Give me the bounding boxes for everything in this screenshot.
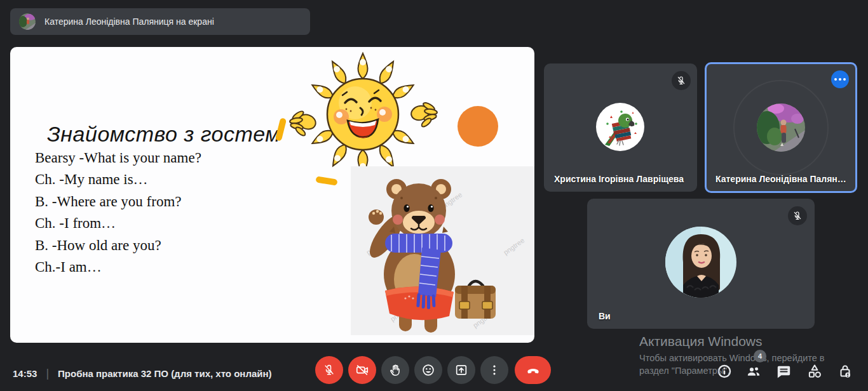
parrot-avatar-illustration bbox=[596, 103, 644, 151]
share-banner-text: Катерина Леонідівна Паляниця на екрані bbox=[44, 17, 214, 27]
participant-tile-khrystyna[interactable]: Христина Ігорівна Лавріщева bbox=[544, 63, 697, 192]
sun-hand-right bbox=[410, 102, 438, 128]
dialogue-line: Ch.-I am… bbox=[35, 256, 201, 278]
tile-more-options-button[interactable] bbox=[831, 70, 849, 88]
bear-image-panel: pngtree pngtree pngtree pngtree pngtree bbox=[351, 166, 534, 335]
watermark-line: раздел "Параметры". bbox=[639, 364, 825, 377]
camera-toggle-button[interactable] bbox=[348, 356, 376, 384]
dialogue-line: B. -Where are you from? bbox=[35, 191, 201, 213]
dialogue-line: Ch. -I from… bbox=[35, 213, 201, 234]
participant-tile-you[interactable]: Ви bbox=[587, 199, 815, 329]
muted-chip bbox=[788, 206, 807, 225]
dialogue-line: Ch. -My name is… bbox=[35, 169, 201, 190]
muted-chip bbox=[672, 71, 691, 90]
windows-activation-watermark: Активация Windows Чтобы активировать Win… bbox=[639, 334, 825, 377]
watermark-title: Активация Windows bbox=[639, 334, 825, 349]
more-options-icon bbox=[834, 78, 837, 81]
more-options-icon bbox=[488, 364, 501, 376]
avatar-photo-woman bbox=[665, 227, 736, 298]
photo-woman-illustration bbox=[665, 227, 736, 298]
host-controls-button[interactable] bbox=[837, 363, 853, 380]
end-call-button[interactable] bbox=[515, 356, 551, 384]
mic-off-icon bbox=[676, 76, 686, 86]
participant-name: Ви bbox=[599, 311, 611, 321]
photo-flowers-illustration bbox=[757, 103, 805, 152]
participant-tile-katerina-active[interactable]: Катерина Леонідівна Палян… bbox=[705, 62, 857, 193]
present-screen-button[interactable] bbox=[447, 356, 475, 384]
mic-off-icon bbox=[792, 211, 803, 221]
sun-hand-left bbox=[289, 110, 317, 137]
bear-illustration bbox=[369, 173, 502, 333]
participant-name: Катерина Леонідівна Палян… bbox=[715, 174, 846, 184]
raise-hand-button[interactable] bbox=[381, 356, 409, 384]
avatar-photo-flowers-small bbox=[19, 13, 36, 30]
dialogue-line: Bearsy -What is your name? bbox=[35, 147, 201, 169]
participants-count-badge: 4 bbox=[754, 350, 766, 362]
reactions-button[interactable] bbox=[414, 356, 442, 384]
stock-watermark: pngtree bbox=[502, 236, 526, 256]
slide-title: Знайомство з гостем bbox=[47, 122, 280, 147]
clock-time: 14:53 bbox=[13, 368, 37, 379]
presenter-avatar bbox=[19, 13, 36, 30]
avatar-parrot bbox=[596, 103, 644, 151]
watermark-line: Чтобы активировать Windows, перейдите в bbox=[639, 352, 825, 364]
more-options-button[interactable] bbox=[480, 356, 508, 384]
dialogue-line: B. -How old are you? bbox=[35, 235, 201, 256]
present-screen-icon bbox=[454, 363, 468, 377]
meeting-title: Пробна практика 32 ПО (для тих, хто онла… bbox=[58, 368, 271, 379]
shared-screen-slide: Знайомство з гостем Bearsy -What is your… bbox=[10, 47, 534, 343]
divider: | bbox=[46, 367, 49, 380]
raise-hand-icon bbox=[388, 363, 402, 377]
participant-name: Христина Ігорівна Лавріщева bbox=[554, 174, 684, 184]
slide-dialogue: Bearsy -What is your name? Ch. -My name … bbox=[35, 147, 201, 278]
end-call-icon bbox=[525, 362, 541, 378]
host-controls-lock-icon bbox=[837, 363, 853, 380]
screen-share-banner: Катерина Леонідівна Паляниця на екрані bbox=[10, 8, 310, 35]
avatar-photo-flowers bbox=[757, 103, 805, 152]
smiley-reactions-icon bbox=[421, 363, 435, 377]
orange-circle-shape bbox=[458, 106, 498, 147]
mic-toggle-button[interactable] bbox=[315, 356, 343, 384]
camera-off-icon bbox=[355, 363, 369, 377]
mic-off-icon bbox=[323, 364, 336, 376]
